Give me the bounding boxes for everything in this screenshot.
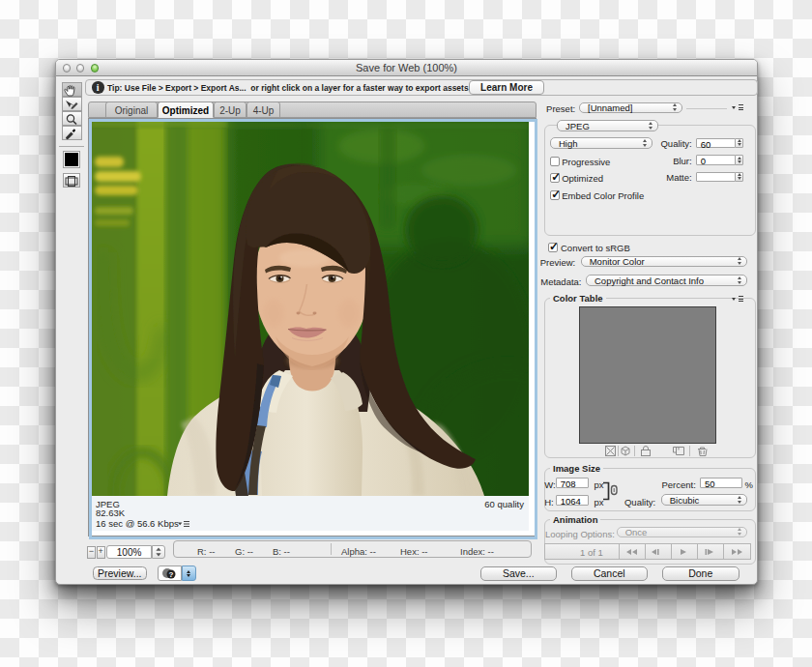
svg-text:?: ? [169,570,174,579]
